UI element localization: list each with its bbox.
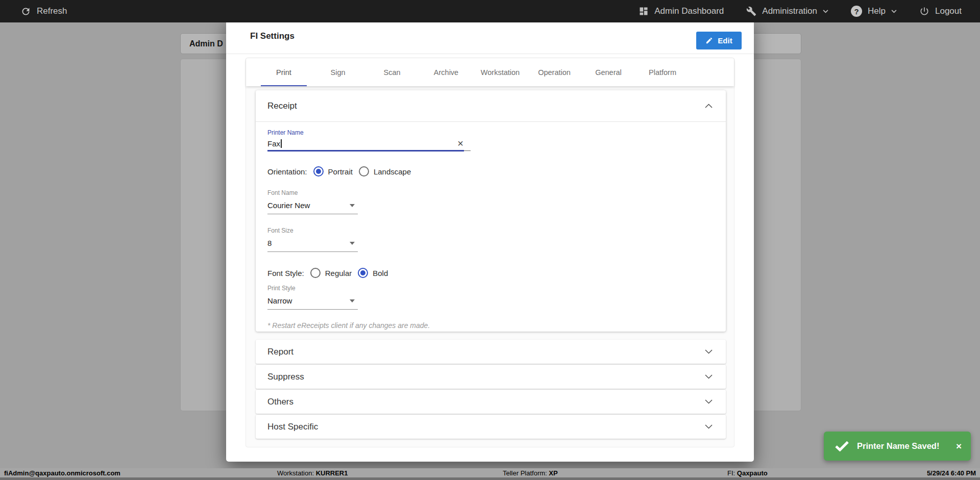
section-suppress-title: Suppress [267, 372, 304, 382]
font-size-group: Font Size 8 [267, 227, 358, 252]
printer-name-label: Printer Name [267, 129, 726, 136]
input-focus-underline [267, 150, 464, 151]
font-style-row: Font Style: Regular Bold [267, 268, 726, 278]
topbar: Refresh Admin Dashboard Administration ?… [0, 0, 980, 22]
fi-label: FI: [727, 469, 735, 477]
tab-workstation[interactable]: Workstation [473, 58, 527, 86]
receipt-section-title: Receipt [267, 101, 297, 111]
chevron-down-icon [891, 10, 897, 13]
status-datetime: 5/29/24 6:40 PM [927, 469, 976, 477]
success-toast: Printer Name Saved! × [824, 432, 971, 461]
portrait-label: Portrait [328, 167, 353, 176]
section-suppress[interactable]: Suppress [256, 365, 726, 389]
font-size-value: 8 [267, 239, 272, 247]
print-style-select[interactable]: Narrow [267, 294, 358, 310]
edit-button-label: Edit [718, 36, 732, 45]
chevron-down-icon [705, 349, 713, 354]
dropdown-caret-icon [350, 242, 355, 245]
dropdown-caret-icon [350, 299, 355, 302]
status-teller-platform: Teller Platform: XP [503, 469, 558, 477]
modal-title: FI Settings [250, 31, 295, 41]
font-name-select[interactable]: Courier New [267, 198, 358, 214]
background-page-title: Admin D [189, 39, 223, 48]
font-style-label: Font Style: [267, 269, 304, 277]
receipt-section: Receipt Printer Name Fax × Orientation: … [256, 90, 726, 332]
section-report-title: Report [267, 347, 293, 357]
tab-scan[interactable]: Scan [365, 58, 419, 86]
tab-sign[interactable]: Sign [311, 58, 365, 86]
print-style-value: Narrow [267, 296, 292, 305]
fi-value: Qaxpauto [737, 469, 768, 477]
admin-dashboard-nav[interactable]: Admin Dashboard [639, 6, 724, 16]
radio-bold[interactable] [358, 268, 368, 278]
chevron-down-icon [705, 399, 713, 404]
orientation-portrait-option[interactable]: Portrait [313, 166, 353, 176]
workstation-value: KURRER1 [316, 469, 348, 477]
platform-label: Teller Platform: [503, 469, 547, 477]
refresh-button[interactable]: Refresh [20, 6, 67, 17]
font-name-value: Courier New [267, 201, 310, 210]
dropdown-caret-icon [350, 204, 355, 207]
clear-input-icon[interactable]: × [457, 138, 463, 148]
status-fi: FI: Qaxpauto [727, 469, 768, 477]
help-menu[interactable]: ? Help [851, 6, 897, 17]
help-icon: ? [851, 6, 862, 17]
orientation-label: Orientation: [267, 167, 307, 176]
orientation-landscape-option[interactable]: Landscape [359, 166, 411, 176]
font-name-group: Font Name Courier New [267, 189, 358, 214]
refresh-icon [20, 6, 31, 17]
admin-dashboard-label: Admin Dashboard [654, 6, 724, 16]
refresh-label: Refresh [37, 6, 67, 16]
tab-print[interactable]: Print [257, 58, 311, 86]
toast-close-icon[interactable]: × [956, 441, 962, 451]
radio-regular[interactable] [310, 268, 321, 278]
text-cursor [281, 139, 282, 148]
platform-value: XP [549, 469, 557, 477]
font-size-select[interactable]: 8 [267, 236, 358, 252]
wrench-icon [746, 6, 756, 16]
printer-name-value: Fax [267, 139, 280, 148]
check-icon [835, 441, 849, 451]
radio-portrait[interactable] [313, 166, 324, 176]
chevron-down-icon [823, 10, 828, 13]
receipt-section-header[interactable]: Receipt [256, 90, 726, 122]
administration-menu[interactable]: Administration [746, 6, 828, 16]
logout-button[interactable]: Logout [919, 6, 962, 16]
font-style-bold-option[interactable]: Bold [358, 268, 388, 278]
orientation-row: Orientation: Portrait Landscape [267, 166, 726, 176]
font-name-label: Font Name [267, 189, 358, 196]
edit-button[interactable]: Edit [696, 32, 742, 49]
receipt-section-body: Printer Name Fax × Orientation: Portrait… [256, 122, 726, 330]
print-style-label: Print Style [267, 285, 358, 292]
section-report[interactable]: Report [256, 340, 726, 364]
status-user: fiAdmin@qaxpauto.onmicrosoft.com [4, 469, 120, 477]
section-host-specific-title: Host Specific [267, 422, 318, 432]
section-others[interactable]: Others [256, 390, 726, 414]
tab-operation[interactable]: Operation [527, 58, 581, 86]
printer-name-input[interactable]: Fax × [267, 136, 471, 151]
pencil-icon [705, 37, 713, 44]
font-style-regular-option[interactable]: Regular [310, 268, 352, 278]
restart-note: * Restart eReceipts client if any change… [267, 321, 726, 330]
regular-label: Regular [325, 269, 352, 277]
print-style-group: Print Style Narrow [267, 285, 358, 310]
power-icon [919, 6, 929, 16]
landscape-label: Landscape [374, 167, 411, 176]
administration-label: Administration [762, 6, 817, 16]
modal-header: FI Settings Edit [226, 19, 754, 54]
collapse-button[interactable] [705, 104, 713, 108]
status-bar: fiAdmin@qaxpauto.onmicrosoft.com Worksta… [0, 468, 980, 480]
section-others-title: Others [267, 397, 293, 407]
toast-message: Printer Name Saved! [857, 441, 939, 451]
dashboard-icon [639, 6, 649, 16]
tab-general[interactable]: General [581, 58, 635, 86]
tab-platform[interactable]: Platform [635, 58, 690, 86]
bold-label: Bold [373, 269, 388, 277]
settings-tabs: Print Sign Scan Archive Workstation Oper… [246, 58, 734, 86]
section-host-specific[interactable]: Host Specific [256, 415, 726, 439]
help-label: Help [868, 6, 886, 16]
font-size-label: Font Size [267, 227, 358, 234]
settings-panel: Print Sign Scan Archive Workstation Oper… [246, 58, 734, 447]
tab-archive[interactable]: Archive [419, 58, 473, 86]
radio-landscape[interactable] [359, 166, 369, 176]
